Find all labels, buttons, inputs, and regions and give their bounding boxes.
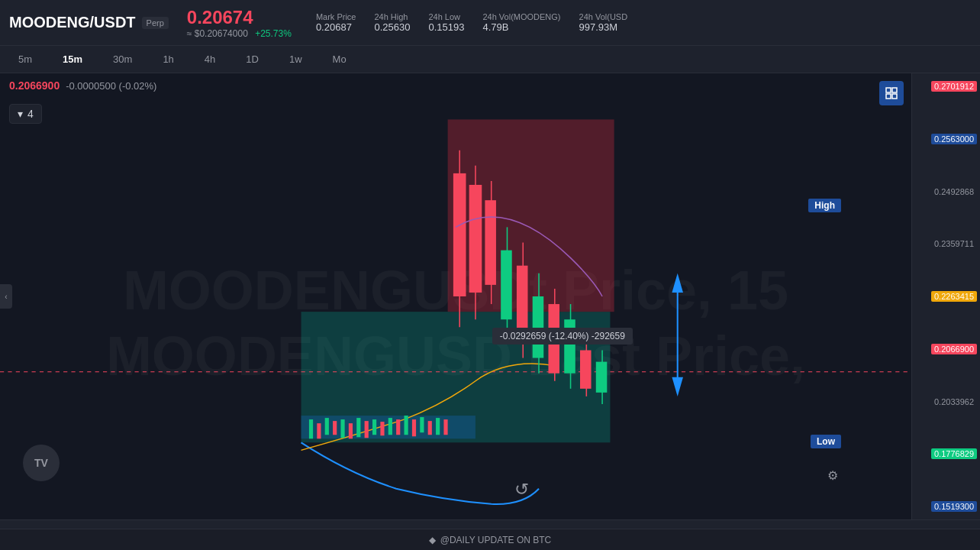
tradingview-logo: TV: [23, 445, 60, 481]
svg-rect-7: [333, 421, 337, 435]
header: MOODENG/USDT Perp 0.20674 ≈ $0.20674000 …: [0, 0, 980, 46]
svg-rect-4: [309, 419, 313, 438]
svg-rect-13: [380, 422, 384, 435]
chevron-down-icon: ▾: [18, 108, 23, 120]
timeframe-1D[interactable]: 1D: [240, 50, 265, 68]
price-change: +25.73%: [255, 28, 292, 39]
svg-rect-46: [886, 88, 891, 92]
24h-high-stat: 24h High 0.25630: [374, 12, 410, 33]
axis-label: 0.2492868: [934, 187, 977, 196]
svg-rect-6: [325, 418, 329, 435]
perp-badge: Perp: [142, 17, 169, 29]
axis-label: 0.2066900: [931, 344, 977, 354]
timeframe-30m[interactable]: 30m: [107, 50, 138, 68]
price-block: 0.20674 ≈ $0.20674000 +25.73%: [187, 7, 292, 39]
vol-usdt-label: 24h Vol(USD: [579, 12, 628, 21]
timeframe-15m[interactable]: 15m: [56, 50, 89, 68]
svg-rect-25: [469, 185, 482, 293]
timeframe-1h[interactable]: 1h: [156, 50, 179, 68]
axis-entry: 0.2359711: [915, 237, 977, 251]
24h-low-stat: 24h Low 0.15193: [428, 12, 464, 33]
axis-label: 0.1776829: [931, 448, 977, 459]
main-price: 0.20674: [187, 7, 292, 28]
price-axis: 0.27019120.25630000.24928680.23597110.22…: [911, 73, 980, 519]
svg-rect-21: [443, 419, 447, 435]
24h-low-label: 24h Low: [428, 12, 464, 21]
timeframe-bar: 5m15m30m1h4h1D1wMo: [0, 46, 980, 73]
svg-rect-14: [388, 418, 392, 435]
price-delta: -0.0000500 (-0.02%): [66, 80, 156, 92]
candle-dropdown[interactable]: ▾ 4: [9, 104, 42, 124]
timeframe-5m[interactable]: 5m: [12, 50, 38, 68]
svg-rect-41: [596, 362, 608, 393]
current-price-label: 0.2066900 -0.0000500 (-0.02%): [9, 79, 156, 92]
24h-high-label: 24h High: [374, 12, 410, 21]
axis-label: 0.2563000: [931, 134, 977, 144]
svg-rect-23: [453, 173, 466, 296]
svg-rect-17: [412, 419, 416, 436]
axis-label: 0.2701912: [931, 81, 977, 92]
svg-rect-5: [317, 423, 321, 438]
svg-rect-15: [396, 419, 400, 435]
axis-label: 0.1519300: [931, 501, 977, 512]
svg-rect-10: [356, 418, 360, 437]
axis-entry: 0.2263415: [915, 290, 977, 303]
axis-entry: 0.2066900: [915, 342, 977, 356]
svg-rect-18: [420, 417, 424, 432]
axis-entry: 0.1776829: [915, 447, 977, 461]
chart-canvas: ↺: [0, 73, 911, 519]
vol-moodeng-stat: 24h Vol(MOODENG) 4.79B: [482, 12, 560, 33]
axis-label: 0.2033962: [934, 397, 977, 406]
current-price-value: 0.2066900: [9, 79, 60, 92]
24h-low-value: 0.15193: [428, 21, 464, 33]
timeframe-4h[interactable]: 4h: [198, 50, 221, 68]
timeframe-1w[interactable]: 1w: [283, 50, 308, 68]
svg-text:↺: ↺: [514, 480, 528, 499]
vol-moodeng-label: 24h Vol(MOODENG): [482, 12, 560, 21]
high-price-label: High: [808, 199, 841, 212]
axis-entry: 0.1519300: [915, 500, 977, 513]
svg-rect-16: [405, 416, 408, 435]
chart-area: MOODENGUSDt Price, 15 MOODENGUSD Last Pr…: [0, 73, 980, 519]
svg-rect-39: [580, 350, 592, 388]
svg-rect-12: [372, 419, 376, 435]
gear-icon[interactable]: ⚙: [827, 468, 838, 483]
stats-block: Mark Price 0.20687 24h High 0.25630 24h …: [316, 12, 627, 33]
svg-rect-29: [501, 251, 512, 320]
expand-button[interactable]: [879, 81, 904, 105]
mark-price-label: Mark Price: [316, 12, 356, 21]
svg-rect-27: [485, 200, 496, 285]
vol-moodeng-value: 4.79B: [482, 21, 560, 33]
svg-rect-48: [892, 88, 897, 92]
axis-entry: 0.2701912: [915, 79, 977, 93]
chart-tooltip: -0.0292659 (-12.40%) -292659: [492, 328, 633, 345]
timeframe-Mo[interactable]: Mo: [327, 50, 353, 68]
svg-rect-11: [365, 421, 369, 438]
price-usd: ≈ $0.20674000 +25.73%: [187, 28, 292, 39]
svg-rect-49: [886, 94, 891, 99]
vol-usdt-value: 997.93M: [579, 21, 628, 33]
symbol-name: MOODENG/USDT: [9, 14, 136, 31]
24h-high-value: 0.25630: [374, 21, 410, 33]
svg-marker-44: [672, 377, 683, 396]
sidebar-toggle[interactable]: ‹: [0, 284, 12, 309]
mark-price-stat: Mark Price 0.20687: [316, 12, 356, 33]
axis-entry: 0.2492868: [915, 185, 977, 199]
bottom-bar: ◆ @DAILY UPDATE ON BTC: [0, 529, 980, 550]
axis-label: 0.2359711: [934, 239, 977, 248]
svg-rect-47: [892, 94, 897, 99]
candle-count: 4: [27, 108, 34, 120]
chart-main: MOODENGUSDt Price, 15 MOODENGUSD Last Pr…: [0, 73, 911, 519]
svg-rect-19: [428, 421, 432, 435]
mark-price-value: 0.20687: [316, 21, 356, 33]
bottom-bar-icon: ◆: [429, 535, 436, 545]
low-price-label: Low: [811, 435, 841, 448]
svg-marker-43: [672, 273, 683, 293]
bottom-bar-text: @DAILY UPDATE ON BTC: [440, 535, 552, 545]
vol-usdt-stat: 24h Vol(USD 997.93M: [579, 12, 628, 33]
symbol-block: MOODENG/USDT Perp: [9, 14, 169, 31]
svg-rect-8: [340, 419, 344, 438]
axis-entry: 0.2033962: [915, 395, 977, 409]
svg-rect-20: [436, 418, 440, 435]
axis-label: 0.2263415: [931, 291, 977, 302]
